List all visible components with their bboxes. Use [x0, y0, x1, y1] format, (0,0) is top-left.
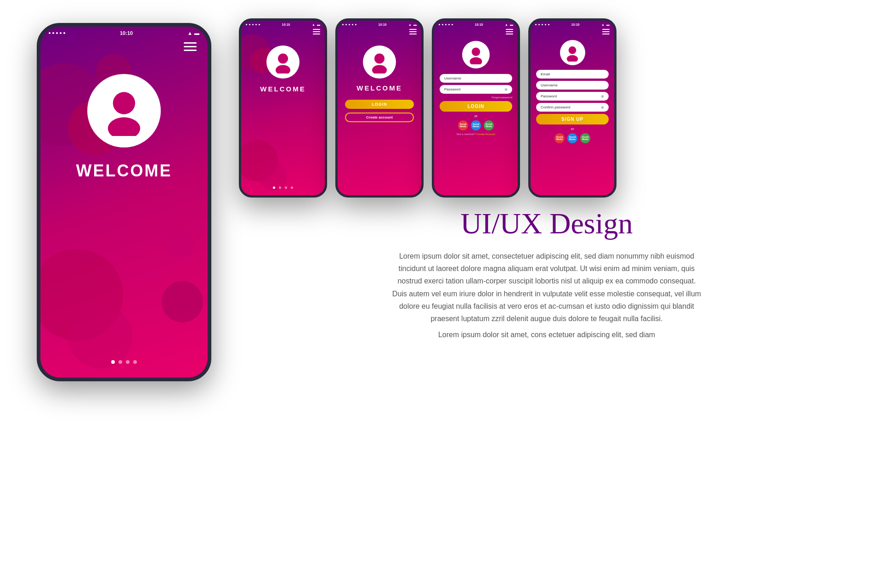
p2-avatar: [266, 45, 300, 79]
status-right-icons: ▲ ▬: [187, 30, 199, 36]
p2-avatar-svg: [271, 51, 294, 74]
svg-point-5: [372, 65, 387, 74]
p4-social-label-1: Social Media: [458, 123, 468, 128]
p5-username-field[interactable]: Username: [536, 81, 609, 90]
p2-avatar-wrap: [266, 45, 300, 79]
p5-email-field[interactable]: Email: [536, 70, 609, 79]
p2-status-right: ▲ ▬: [312, 23, 320, 26]
p2-dots: [273, 187, 293, 189]
large-phone-wrap: 10:10 ▲ ▬: [28, 18, 220, 570]
p4-not-member: Not a member? Create Account: [457, 133, 495, 136]
p4-social-btn-3[interactable]: Social Media: [484, 120, 494, 130]
phone-4: 10:10 ▲ ▬: [432, 18, 520, 198]
eye-icon: ◉: [504, 87, 508, 91]
p5-password-field[interactable]: Password ◉: [536, 92, 609, 101]
p5-social-row: Social Media Social Media Social Media: [554, 133, 590, 143]
p2-dot-4: [291, 187, 293, 189]
ui-ux-title: UI/UX Design: [248, 207, 845, 241]
p2-welcome-label: WELCOME: [260, 85, 305, 93]
status-time: 10:10: [120, 30, 133, 36]
p5-or-divider: or: [571, 127, 574, 131]
p4-username-field[interactable]: Username: [440, 74, 512, 83]
p4-battery-icon: ▬: [510, 23, 513, 26]
svg-point-2: [278, 54, 288, 64]
phone-3: 10:10 ▲ ▬: [335, 18, 424, 198]
svg-point-4: [374, 54, 384, 64]
hamburger-menu[interactable]: [184, 42, 197, 51]
svg-point-3: [276, 65, 290, 74]
p3-status-dots: [342, 24, 356, 25]
p2-status-bar: 10:10 ▲ ▬: [241, 21, 325, 27]
svg-point-9: [567, 55, 578, 61]
p2-wifi-icon: ▲: [312, 23, 315, 26]
p4-form-area: Username Password ◉ Forgot password LOGI…: [434, 70, 518, 139]
p3-avatar-wrap: [363, 45, 396, 79]
p3-hamburger[interactable]: [409, 29, 417, 34]
svg-point-0: [113, 92, 135, 114]
p5-social-btn-2[interactable]: Social Media: [567, 133, 577, 143]
dot-1: [111, 360, 115, 364]
p2-hamburger[interactable]: [313, 29, 320, 34]
page: 10:10 ▲ ▬: [0, 0, 882, 588]
p4-password-field[interactable]: Password ◉: [440, 85, 512, 94]
p5-battery-icon: ▬: [606, 23, 610, 26]
p4-hamburger[interactable]: [506, 29, 513, 34]
p5-social-label-2: Social Media: [567, 136, 577, 141]
p4-forgot-link[interactable]: Forgot password: [492, 96, 512, 99]
p5-social-btn-1[interactable]: Social Media: [554, 133, 565, 143]
dot-4: [133, 360, 137, 364]
p5-avatar: [560, 40, 585, 65]
p5-social-label-3: Social Media: [580, 136, 590, 141]
p5-header: [531, 27, 614, 36]
p5-social-label-1: Social Media: [554, 136, 565, 141]
page-dots: [111, 360, 137, 364]
dot-2: [119, 360, 122, 364]
p2-battery-icon: ▬: [317, 23, 320, 26]
p4-login-button[interactable]: LOGIN: [440, 101, 512, 112]
p4-status-right: ▲ ▬: [505, 23, 513, 26]
p5-hamburger[interactable]: [602, 29, 610, 34]
svg-point-6: [472, 47, 480, 56]
avatar: [87, 74, 161, 147]
p3-avatar-svg: [368, 51, 391, 74]
p3-welcome-label: WELCOME: [356, 84, 402, 92]
p3-create-button[interactable]: Create account: [345, 113, 414, 122]
p2-status-dots: [246, 24, 260, 25]
small-phones-row: 10:10 ▲ ▬: [239, 18, 854, 198]
p5-social-btn-3[interactable]: Social Media: [580, 133, 590, 143]
p4-username-label: Username: [444, 76, 461, 80]
p5-email-label: Email: [541, 72, 550, 76]
battery-icon: ▬: [194, 30, 199, 36]
p3-login-button[interactable]: Login: [345, 100, 414, 109]
description-body-1: Lorem ipsum dolor sit amet, consectetuer…: [390, 250, 703, 325]
p2-dot-3: [285, 187, 287, 189]
p4-social-label-3: Social Media: [484, 123, 494, 128]
svg-point-1: [108, 117, 140, 136]
welcome-label: WELCOME: [76, 161, 172, 181]
p4-social-btn-1[interactable]: Social Media: [458, 120, 468, 130]
p3-battery-icon: ▬: [413, 23, 417, 26]
p4-header: [434, 27, 518, 36]
p4-status-bar: 10:10 ▲ ▬: [434, 21, 518, 27]
p5-signup-button[interactable]: SIGN UP: [536, 114, 609, 124]
phone-2: 10:10 ▲ ▬: [239, 18, 327, 198]
phone-5: 10:10 ▲ ▬: [528, 18, 616, 198]
p3-status-time: 10:10: [379, 23, 387, 26]
p5-password-label: Password: [541, 94, 557, 98]
p5-status-right: ▲ ▬: [601, 23, 610, 26]
p4-create-link[interactable]: Create Account: [476, 133, 495, 136]
p5-eye-icon: ◉: [601, 94, 604, 98]
status-dots: [49, 32, 65, 34]
p4-or-divider: or: [474, 114, 477, 118]
p3-wifi-icon: ▲: [408, 23, 412, 26]
p4-forgot-wrap: Forgot password: [440, 96, 512, 99]
p3-status-bar: 10:10 ▲ ▬: [338, 21, 421, 27]
p4-avatar: [462, 41, 490, 68]
large-phone-status-bar: 10:10 ▲ ▬: [40, 27, 208, 38]
large-phone-header: [40, 38, 208, 56]
p5-status-dots: [535, 24, 549, 25]
p5-confirm-field[interactable]: Confirm password ◉: [536, 103, 609, 112]
p5-form-area: Email Username Password ◉ Confirm passwo…: [531, 67, 614, 146]
p4-social-btn-2[interactable]: Social Media: [471, 120, 481, 130]
p4-status-dots: [439, 24, 453, 25]
